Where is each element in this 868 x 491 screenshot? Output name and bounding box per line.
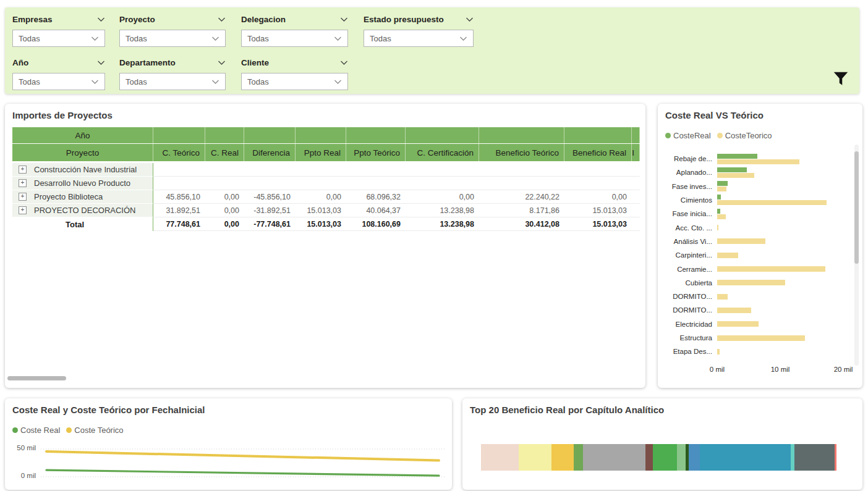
bar-coste-teorico[interactable] xyxy=(717,214,726,219)
row-value-cell xyxy=(153,177,205,190)
filter-año: AñoTodas xyxy=(12,7,105,94)
expand-icon[interactable]: + xyxy=(19,166,27,174)
row-value-cell xyxy=(632,190,640,204)
chevron-down-icon[interactable] xyxy=(340,57,348,68)
bar-category-row: Carpinteri... xyxy=(663,248,848,262)
filter-dropdown[interactable]: Todas xyxy=(241,73,348,90)
bar-coste-teorico[interactable] xyxy=(717,173,754,178)
bar-category-row: DORMITO... xyxy=(663,290,848,303)
row-name-cell[interactable]: +Proyecto Biblioteca xyxy=(12,190,153,204)
row-value-cell xyxy=(346,163,406,177)
legend-dot-yellow xyxy=(66,427,72,433)
bar-coste-teorico[interactable] xyxy=(717,335,805,341)
row-name-cell[interactable]: +Desarrollo Nuevo Producto xyxy=(12,177,153,190)
stacked-segment-1[interactable] xyxy=(519,444,551,471)
row-name: Proyecto Biblioteca xyxy=(34,192,103,201)
bar-category-label: Carpinteri... xyxy=(663,248,717,262)
bar-coste-real[interactable] xyxy=(717,195,721,199)
bar-coste-teorico[interactable] xyxy=(717,238,765,244)
group-header-spacer xyxy=(244,127,296,143)
bar-category-row: Rebaje de... xyxy=(663,152,848,166)
filter-label: Estado presupuesto xyxy=(364,15,444,24)
x-axis-tick: 20 mil xyxy=(830,366,857,373)
line-series-coste-teórico[interactable] xyxy=(46,451,439,460)
bar-coste-real[interactable] xyxy=(717,209,720,214)
stacked-bar-title: Top 20 Beneficio Real por Capítulo Analí… xyxy=(470,405,664,415)
row-name-cell[interactable]: +Construcción Nave Industrial xyxy=(12,163,153,177)
bar-coste-teorico[interactable] xyxy=(717,349,720,355)
group-header-spacer xyxy=(346,127,406,143)
chevron-down-icon xyxy=(211,76,219,87)
bar-coste-real[interactable] xyxy=(717,167,747,172)
column-header-7: Beneficio Teórico xyxy=(479,144,564,161)
chevron-down-icon[interactable] xyxy=(97,57,105,68)
column-header-6: C. Certificación xyxy=(406,144,479,161)
row-value-cell xyxy=(153,163,205,177)
stacked-segment-2[interactable] xyxy=(551,444,574,471)
table-row[interactable]: +Construcción Nave Industrial xyxy=(12,163,640,177)
stacked-segment-13[interactable] xyxy=(835,444,836,471)
group-header-spacer xyxy=(296,127,346,143)
stacked-segment-6[interactable] xyxy=(653,444,677,471)
bar-chart-panel: Coste Real VS Teórico CosteReal CosteTeo… xyxy=(658,104,862,388)
column-header-8: Beneficio Real xyxy=(564,144,632,161)
stacked-segment-0[interactable] xyxy=(481,444,519,471)
stacked-segment-7[interactable] xyxy=(677,444,685,471)
chevron-down-icon[interactable] xyxy=(218,57,226,68)
bar-coste-teorico[interactable] xyxy=(717,280,785,285)
bar-category-row: Cubierta xyxy=(663,276,848,290)
table-horizontal-scrollbar[interactable] xyxy=(7,376,66,380)
table-row[interactable]: +PROYECTO DECORACIÓN31.892,510,00-31.892… xyxy=(12,204,640,217)
bar-coste-teorico[interactable] xyxy=(717,253,738,258)
bar-coste-teorico[interactable] xyxy=(717,308,751,313)
bar-coste-teorico[interactable] xyxy=(717,225,718,230)
stacked-segment-3[interactable] xyxy=(574,444,583,471)
chevron-down-icon[interactable] xyxy=(466,14,474,25)
expand-icon[interactable]: + xyxy=(19,206,27,214)
bar-category-row: Cimientos xyxy=(663,193,848,207)
filter-header: Estado presupuesto xyxy=(364,14,474,25)
bar-category-row: Electricidad xyxy=(663,317,848,331)
bar-category-label: Aplanado... xyxy=(663,166,717,179)
bar-category-row: Etapa Des... xyxy=(663,345,848,358)
stacked-segment-4[interactable] xyxy=(583,444,645,471)
row-name-cell[interactable]: +PROYECTO DECORACIÓN xyxy=(12,204,153,217)
bar-coste-teorico[interactable] xyxy=(717,266,825,272)
filter-dropdown[interactable]: Todas xyxy=(364,30,474,47)
bar-category-label: Fase inicia... xyxy=(663,207,717,220)
bar-coste-teorico[interactable] xyxy=(717,159,799,164)
total-value-cell: 30.412,08 xyxy=(479,217,564,231)
filter-header: Departamento xyxy=(119,57,226,68)
expand-icon[interactable]: + xyxy=(19,193,27,201)
bar-chart-scrollbar[interactable] xyxy=(854,145,859,366)
filter-funnel-icon[interactable] xyxy=(832,70,850,88)
table-row[interactable]: +Proyecto Biblioteca45.856,100,00-45.856… xyxy=(12,190,640,204)
bar-category-row: Fase inves... xyxy=(663,180,848,193)
bar-category-label: Cerramie... xyxy=(663,262,717,275)
legend-label: CosteReal xyxy=(673,131,711,140)
bar-coste-teorico[interactable] xyxy=(717,200,827,205)
bar-coste-real[interactable] xyxy=(717,154,757,159)
line-series-coste-real[interactable] xyxy=(46,470,439,476)
bar-coste-real[interactable] xyxy=(717,181,728,186)
table-row[interactable]: +Desarrollo Nuevo Producto xyxy=(12,177,640,190)
stacked-segment-9[interactable] xyxy=(689,444,700,471)
row-value-cell xyxy=(244,163,296,177)
expand-icon[interactable]: + xyxy=(19,179,27,187)
filter-dropdown[interactable]: Todas xyxy=(12,73,105,90)
filter-dropdown[interactable]: Todas xyxy=(119,73,226,90)
stacked-segment-5[interactable] xyxy=(645,444,653,471)
stacked-segment-12[interactable] xyxy=(794,444,835,471)
bar-coste-teorico[interactable] xyxy=(717,321,759,327)
stacked-segment-10[interactable] xyxy=(700,444,791,471)
bar-coste-teorico[interactable] xyxy=(717,294,728,300)
line-chart-panel: Coste Real y Coste Teórico por FechaInic… xyxy=(5,398,452,490)
group-header-spacer xyxy=(564,127,632,143)
row-value-cell: 0,00 xyxy=(205,204,244,217)
stacked-bar-plot xyxy=(481,444,836,471)
bar-coste-teorico[interactable] xyxy=(717,187,726,191)
filter-label: Año xyxy=(12,58,28,67)
legend-item-costeteorico: CosteTeorico xyxy=(717,131,772,140)
total-value-cell: 15.013,03 xyxy=(296,217,346,231)
bar-chart-scrollbar-thumb[interactable] xyxy=(854,151,859,264)
